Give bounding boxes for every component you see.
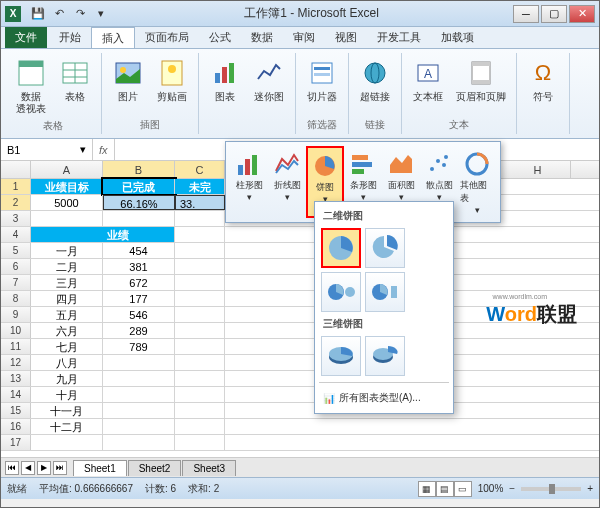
cell[interactable]: 十二月	[31, 419, 103, 434]
tab-review[interactable]: 审阅	[283, 27, 325, 48]
cell[interactable]: 5000	[31, 195, 103, 210]
cell[interactable]	[103, 355, 175, 370]
tab-home[interactable]: 开始	[49, 27, 91, 48]
cell[interactable]: 业绩	[103, 227, 175, 242]
zoom-out-button[interactable]: −	[509, 483, 515, 494]
cell[interactable]	[175, 323, 225, 338]
close-button[interactable]: ✕	[569, 5, 595, 23]
cell[interactable]: 三月	[31, 275, 103, 290]
pie-of-pie[interactable]	[321, 272, 361, 312]
cell[interactable]	[175, 355, 225, 370]
cell[interactable]	[103, 211, 175, 226]
cell[interactable]: 四月	[31, 291, 103, 306]
cell[interactable]	[175, 387, 225, 402]
cell[interactable]	[175, 227, 225, 242]
row-header[interactable]: 16	[1, 419, 31, 434]
cell[interactable]	[175, 339, 225, 354]
line-chart-button[interactable]: 折线图▾	[268, 146, 306, 218]
sheet-nav-last[interactable]: ⏭	[53, 461, 67, 475]
pivot-table-button[interactable]: 数据 透视表	[11, 55, 51, 117]
row-header[interactable]: 1	[1, 179, 31, 194]
cell[interactable]: 177	[103, 291, 175, 306]
table-button[interactable]: 表格	[55, 55, 95, 105]
clipart-button[interactable]: 剪贴画	[152, 55, 192, 105]
cell[interactable]	[175, 371, 225, 386]
all-chart-types-button[interactable]: 📊所有图表类型(A)...	[319, 387, 449, 409]
minimize-button[interactable]: ─	[513, 5, 539, 23]
save-icon[interactable]: 💾	[29, 5, 47, 23]
row-header[interactable]: 4	[1, 227, 31, 242]
cell[interactable]: 33.	[175, 195, 225, 210]
sheet-tab-2[interactable]: Sheet2	[128, 460, 182, 476]
cell[interactable]: 十月	[31, 387, 103, 402]
row-header[interactable]: 15	[1, 403, 31, 418]
zoom-level[interactable]: 100%	[478, 483, 504, 494]
cell[interactable]: 289	[103, 323, 175, 338]
view-page-layout-button[interactable]: ▤	[436, 481, 454, 497]
cell[interactable]	[175, 291, 225, 306]
cell[interactable]: 七月	[31, 339, 103, 354]
slicer-button[interactable]: 切片器	[302, 55, 342, 105]
cell[interactable]: 已完成	[103, 179, 175, 194]
row-header[interactable]: 6	[1, 259, 31, 274]
cell[interactable]: 未完	[175, 179, 225, 194]
row-header[interactable]: 17	[1, 435, 31, 450]
sheet-nav-first[interactable]: ⏮	[5, 461, 19, 475]
view-normal-button[interactable]: ▦	[418, 481, 436, 497]
pie-2d-exploded[interactable]	[365, 228, 405, 268]
row-header[interactable]: 10	[1, 323, 31, 338]
zoom-slider[interactable]	[521, 487, 581, 491]
cell[interactable]	[175, 307, 225, 322]
cell[interactable]	[175, 419, 225, 434]
redo-icon[interactable]: ↷	[71, 5, 89, 23]
sparkline-button[interactable]: 迷你图	[249, 55, 289, 105]
tab-insert[interactable]: 插入	[91, 27, 135, 48]
bar-of-pie[interactable]	[365, 272, 405, 312]
row-header[interactable]: 3	[1, 211, 31, 226]
row-header[interactable]: 9	[1, 307, 31, 322]
column-chart-button[interactable]: 柱形图▾	[230, 146, 268, 218]
other-charts-button[interactable]: 其他图表▾	[458, 146, 496, 218]
cell[interactable]	[175, 275, 225, 290]
row-header[interactable]: 5	[1, 243, 31, 258]
view-page-break-button[interactable]: ▭	[454, 481, 472, 497]
cell[interactable]: 二月	[31, 259, 103, 274]
cell[interactable]	[103, 419, 175, 434]
cell[interactable]	[175, 243, 225, 258]
picture-button[interactable]: 图片	[108, 55, 148, 105]
cell[interactable]	[31, 435, 103, 450]
tab-data[interactable]: 数据	[241, 27, 283, 48]
col-header-A[interactable]: A	[31, 161, 103, 178]
cell[interactable]: 454	[103, 243, 175, 258]
sheet-nav-prev[interactable]: ◀	[21, 461, 35, 475]
cell[interactable]	[103, 371, 175, 386]
tab-view[interactable]: 视图	[325, 27, 367, 48]
fx-button[interactable]: fx	[93, 144, 114, 156]
cell[interactable]	[103, 403, 175, 418]
row-header[interactable]: 14	[1, 387, 31, 402]
tab-addins[interactable]: 加载项	[431, 27, 484, 48]
cell[interactable]: 五月	[31, 307, 103, 322]
select-all-corner[interactable]	[1, 161, 31, 178]
qat-dropdown-icon[interactable]: ▾	[92, 5, 110, 23]
cell[interactable]: 546	[103, 307, 175, 322]
sheet-nav-next[interactable]: ▶	[37, 461, 51, 475]
cell[interactable]: 六月	[31, 323, 103, 338]
pie-3d-basic[interactable]	[321, 336, 361, 376]
row-header[interactable]: 7	[1, 275, 31, 290]
cell[interactable]: 一月	[31, 243, 103, 258]
cell[interactable]: 九月	[31, 371, 103, 386]
tab-file[interactable]: 文件	[5, 27, 47, 48]
zoom-in-button[interactable]: +	[587, 483, 593, 494]
row-header[interactable]: 11	[1, 339, 31, 354]
cell[interactable]: 672	[103, 275, 175, 290]
row-header[interactable]: 12	[1, 355, 31, 370]
cell[interactable]: 66.16%	[103, 195, 175, 210]
tab-developer[interactable]: 开发工具	[367, 27, 431, 48]
hyperlink-button[interactable]: 超链接	[355, 55, 395, 105]
tab-formulas[interactable]: 公式	[199, 27, 241, 48]
cell[interactable]: 十一月	[31, 403, 103, 418]
row-header[interactable]: 8	[1, 291, 31, 306]
name-box[interactable]: B1▾	[1, 139, 93, 160]
row-header[interactable]: 13	[1, 371, 31, 386]
